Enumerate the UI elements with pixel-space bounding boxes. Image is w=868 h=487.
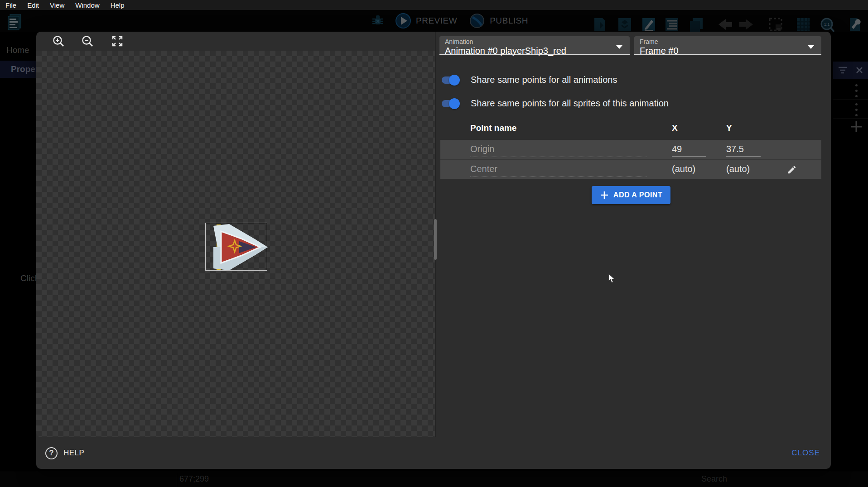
zoom-out-icon[interactable] bbox=[81, 34, 94, 48]
edit-point-icon[interactable] bbox=[786, 163, 798, 176]
menu-edit[interactable]: Edit bbox=[22, 1, 44, 9]
close-button[interactable]: CLOSE bbox=[791, 449, 820, 458]
zoom-in-icon[interactable] bbox=[52, 34, 65, 48]
column-x: X bbox=[672, 123, 678, 133]
column-y: Y bbox=[726, 123, 732, 133]
point-name-field: Center bbox=[470, 164, 647, 177]
plus-icon bbox=[600, 191, 609, 200]
toggle-label: Share same points for all sprites of thi… bbox=[471, 98, 669, 109]
animation-select[interactable]: Animation Animation #0 playerShip3_red bbox=[439, 36, 630, 55]
help-icon: ? bbox=[45, 447, 58, 459]
points-panel: Animation Animation #0 playerShip3_red F… bbox=[436, 32, 831, 437]
mouse-cursor bbox=[607, 273, 616, 283]
edit-points-dialog: Animation Animation #0 playerShip3_red F… bbox=[36, 32, 831, 469]
animation-select-label: Animation bbox=[445, 38, 624, 45]
menu-help[interactable]: Help bbox=[105, 1, 130, 9]
canvas-toolbar bbox=[36, 32, 435, 51]
point-y-value: (auto) bbox=[726, 164, 761, 174]
frame-select[interactable]: Frame Frame #0 bbox=[634, 36, 821, 55]
frame-select-value: Frame #0 bbox=[640, 46, 816, 56]
point-y-input[interactable]: 37.5 bbox=[726, 144, 761, 157]
sprite-bounds-box[interactable] bbox=[205, 223, 267, 271]
help-label: HELP bbox=[63, 449, 84, 458]
add-point-label: ADD A POINT bbox=[613, 191, 662, 199]
menu-bar: File Edit View Window Help bbox=[0, 0, 868, 10]
point-x-value: (auto) bbox=[672, 164, 706, 174]
share-points-sprites-toggle[interactable] bbox=[442, 100, 459, 107]
share-points-animations-toggle[interactable] bbox=[442, 76, 459, 84]
menu-window[interactable]: Window bbox=[70, 1, 105, 9]
animation-select-value: Animation #0 playerShip3_red bbox=[445, 46, 624, 56]
add-point-button[interactable]: ADD A POINT bbox=[592, 186, 670, 204]
player-ship-sprite bbox=[206, 223, 268, 271]
menu-file[interactable]: File bbox=[0, 1, 22, 9]
points-table-header: Point name X Y bbox=[436, 123, 821, 137]
frame-select-label: Frame bbox=[640, 38, 816, 45]
chevron-down-icon bbox=[616, 45, 622, 49]
point-x-input[interactable]: 49 bbox=[672, 144, 706, 157]
menu-view[interactable]: View bbox=[44, 1, 70, 9]
table-row-center: Center (auto) (auto) bbox=[440, 159, 821, 179]
fit-to-screen-icon[interactable] bbox=[111, 34, 124, 48]
table-row-origin: Origin 49 37.5 bbox=[440, 140, 821, 159]
column-point-name: Point name bbox=[470, 123, 516, 133]
help-button[interactable]: ? HELP bbox=[45, 447, 84, 459]
dialog-footer: ? HELP CLOSE bbox=[36, 437, 831, 469]
chevron-down-icon bbox=[808, 45, 814, 49]
point-name-field: Origin bbox=[470, 144, 647, 157]
toggle-label: Share same points for all animations bbox=[471, 75, 617, 85]
